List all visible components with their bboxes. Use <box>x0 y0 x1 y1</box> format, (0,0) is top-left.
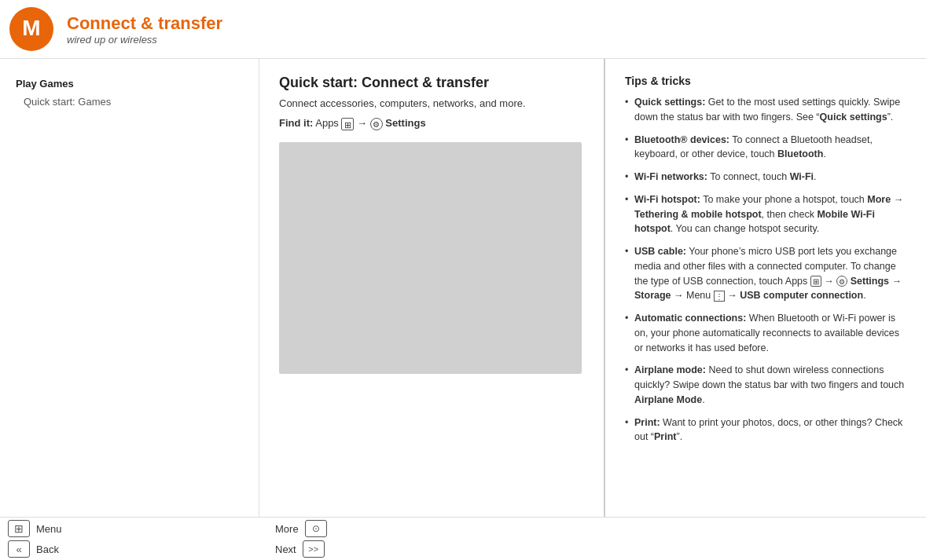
tip-usb-cable: USB cable: Your phone’s micro USB port l… <box>625 244 906 303</box>
tip-airplane-mode: Airplane mode: Need to shut down wireles… <box>625 363 906 407</box>
sidebar-item-quick-start-games[interactable]: Quick start: Games <box>0 93 259 111</box>
menu-grid-icon: ⊞ <box>8 520 30 537</box>
find-it-text: Find it: Apps ⊞ → ⚙ Settings <box>279 117 584 130</box>
motorola-logo: M <box>8 5 55 53</box>
tip-link: Bluetooth <box>777 148 823 159</box>
page-subtitle: wired up or wireless <box>67 34 222 46</box>
back-arrow-icon: « <box>8 540 30 558</box>
tip-link: Tethering & mobile hotspot <box>634 209 762 220</box>
settings-label: Settings <box>385 117 425 129</box>
back-label: Back <box>36 544 59 555</box>
tip-label: Quick settings: <box>634 97 705 108</box>
next-button[interactable]: Next >> <box>275 540 926 558</box>
content-right-panel: Tips & tricks Quick settings: Get to the… <box>605 59 926 517</box>
tip-label: Bluetooth® devices: <box>634 134 729 145</box>
tip-label: Wi-Fi hotspot: <box>634 194 700 205</box>
tip-label: USB cable: <box>634 246 686 257</box>
tip-link: USB computer connection <box>740 290 863 301</box>
header-text-block: Connect & transfer wired up or wireless <box>67 13 222 46</box>
tip-link: Storage <box>634 290 671 301</box>
apps-icon-inline: ⊞ <box>810 276 821 287</box>
tip-auto-connect: Automatic connections: When Bluetooth or… <box>625 311 906 355</box>
tip-link: More <box>867 194 891 205</box>
menu-button[interactable]: ⊞ Menu <box>8 520 259 537</box>
footer-right: More ⊙ Next >> <box>259 520 926 558</box>
settings-gear-icon: ⚙ <box>370 118 383 130</box>
header: M Connect & transfer wired up or wireles… <box>0 0 926 59</box>
tip-link: Wi-Fi <box>790 171 814 182</box>
content-left-panel: Quick start: Connect & transfer Connect … <box>259 59 605 517</box>
tip-quick-settings: Quick settings: Get to the most used set… <box>625 95 906 125</box>
tip-link: Quick settings <box>820 112 887 123</box>
tip-label: Print: <box>634 417 660 428</box>
page-title: Connect & transfer <box>67 13 222 34</box>
tip-wifi-hotspot: Wi-Fi hotspot: To make your phone a hots… <box>625 192 906 236</box>
find-it-label: Find it: <box>279 117 313 129</box>
more-label: More <box>275 523 299 535</box>
svg-text:M: M <box>22 16 40 40</box>
sidebar: Play Games Quick start: Games <box>0 59 259 517</box>
tip-link: Print <box>654 431 676 442</box>
more-button[interactable]: More ⊙ <box>275 520 926 537</box>
tip-label: Automatic connections: <box>634 313 746 324</box>
tip-bluetooth: Bluetooth® devices: To connect a Bluetoo… <box>625 133 906 163</box>
apps-grid-icon: ⊞ <box>341 118 354 130</box>
footer-left: ⊞ Menu « Back <box>0 520 259 558</box>
tip-link: Settings <box>851 276 889 287</box>
section-title: Quick start: Connect & transfer <box>279 75 584 91</box>
find-it-apps: Apps ⊞ → ⚙ Settings <box>315 117 425 129</box>
tip-link: Airplane Mode <box>634 394 702 405</box>
section-description: Connect accessories, computers, networks… <box>279 97 584 109</box>
tips-title: Tips & tricks <box>625 75 906 87</box>
tips-list: Quick settings: Get to the most used set… <box>625 95 906 445</box>
main-content: Quick start: Connect & transfer Connect … <box>259 59 926 517</box>
sidebar-item-play-games[interactable]: Play Games <box>0 75 259 93</box>
footer: ⊞ Menu « Back More ⊙ Next >> <box>0 517 926 560</box>
content-image <box>279 142 582 374</box>
menu-label: Menu <box>36 523 62 535</box>
tip-print: Print: Want to print your photos, docs, … <box>625 415 906 445</box>
tip-label: Airplane mode: <box>634 364 706 375</box>
settings-icon-inline: ⚙ <box>836 276 847 287</box>
more-circle-icon: ⊙ <box>305 520 327 537</box>
next-arrow-icon: >> <box>303 540 325 558</box>
next-label: Next <box>275 544 296 555</box>
menu-dots-icon: ⋮ <box>714 291 725 302</box>
tip-wifi-networks: Wi-Fi networks: To connect, touch Wi-Fi. <box>625 170 906 185</box>
tip-label: Wi-Fi networks: <box>634 171 707 182</box>
back-button[interactable]: « Back <box>8 540 259 558</box>
